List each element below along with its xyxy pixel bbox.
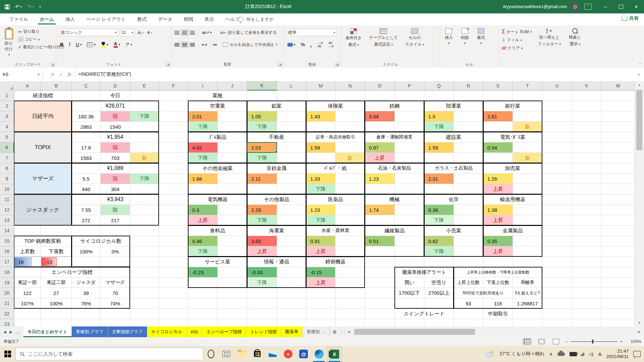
battery-icon[interactable] xyxy=(570,352,577,356)
col-header-J[interactable]: J xyxy=(218,81,247,90)
sheet-tab-3[interactable]: サイコロジカル xyxy=(147,326,187,337)
cell-M14[interactable]: 水産・農林業 xyxy=(306,226,365,236)
cell-D19[interactable]: マザーズ xyxy=(101,278,130,288)
cell-D7[interactable]: 703 xyxy=(101,153,130,163)
row-header-5[interactable]: 5 xyxy=(0,132,14,142)
zoom-slider[interactable] xyxy=(571,341,618,342)
cell-C20[interactable]: 39 xyxy=(72,288,100,298)
cell-K16[interactable]: 上昇 xyxy=(247,246,277,256)
cell-K6[interactable]: 2.03 xyxy=(247,142,277,153)
col-header-V[interactable]: V xyxy=(572,81,601,90)
cell-C11[interactable]: ¥3,943 xyxy=(72,194,159,204)
cell-M13[interactable]: 下降 xyxy=(306,215,335,225)
cell-R20[interactable]: 50付近で反転兆候あり xyxy=(454,288,513,298)
cell-Q11[interactable]: 化学 xyxy=(424,194,483,204)
percent-format-button[interactable]: % xyxy=(300,42,306,48)
cell-Q12[interactable]: 0.36 xyxy=(424,205,453,215)
menu-tab-7[interactable]: 表示 xyxy=(199,13,220,25)
share-button[interactable]: 共有 xyxy=(622,15,639,21)
decrease-font-button[interactable]: A˅ xyxy=(146,30,153,35)
font-dialog-launcher[interactable]: ◢ xyxy=(166,63,170,67)
cell-A16[interactable]: 上昇数 xyxy=(14,246,41,256)
cell-S8[interactable]: 卸売業 xyxy=(483,163,542,173)
cell-N7[interactable]: 新 xyxy=(335,153,365,163)
cell-D10[interactable]: 304 xyxy=(101,184,130,194)
clear-button[interactable]: クリア ▾ xyxy=(502,45,532,51)
sheet-tab-8[interactable]: 業種別 … xyxy=(303,326,330,337)
sheet-tab-5[interactable]: エンベロープ指標 xyxy=(202,326,246,337)
cell-M8[interactable]: ﾊﾟﾙﾌﾟ・紙 xyxy=(306,163,365,173)
row-header-4[interactable]: 4 xyxy=(0,122,14,132)
excel-taskbar-button[interactable]: X xyxy=(327,346,342,362)
normal-view-button[interactable] xyxy=(522,338,532,345)
menu-tab-0[interactable]: ファイル xyxy=(3,13,34,25)
cell-O12[interactable]: 1.74 xyxy=(365,205,394,215)
microsoft-store-button[interactable] xyxy=(250,346,265,362)
sort-filter-button[interactable]: AZ▼ 並べ替えと フィルター ▾ xyxy=(536,27,563,61)
cell-O7[interactable]: 上昇 xyxy=(365,153,394,163)
cell-K19[interactable]: 下降 xyxy=(247,278,277,288)
horizontal-scrollbar[interactable]: ◀ ▶ xyxy=(344,326,644,337)
cell-M17[interactable]: 精密機器 xyxy=(306,257,365,267)
redo-caret-icon[interactable]: ▾ xyxy=(32,5,34,8)
cell-T7[interactable]: 新 xyxy=(513,153,542,163)
cell-S13[interactable]: 上昇 xyxy=(483,215,513,225)
align-left-button[interactable] xyxy=(174,43,179,47)
cell-O11[interactable]: 機械 xyxy=(365,194,424,204)
cell-A5[interactable]: TOPIX xyxy=(14,132,71,163)
cell-A18[interactable]: エンベロープ指標 xyxy=(14,267,130,277)
cell-B21[interactable]: 100% xyxy=(41,298,71,308)
cell-K9[interactable]: 2.11 xyxy=(247,174,277,184)
cell-C3[interactable]: 182.36 xyxy=(72,111,100,121)
col-header-K[interactable]: K xyxy=(247,81,277,90)
cell-I12[interactable]: 0.3 xyxy=(188,205,217,215)
collapse-ribbon-button[interactable]: ⌃ xyxy=(639,63,641,66)
format-as-table-button[interactable]: テーブルとして 書式設定 ▾ xyxy=(367,27,400,61)
fill-button[interactable]: ⇩フィル ▾ xyxy=(502,37,532,43)
cell-I2[interactable]: 空運業 xyxy=(188,101,247,111)
cell-S12[interactable]: 1.38 xyxy=(483,205,513,215)
cell-K17[interactable]: 情報・通信 xyxy=(247,257,306,267)
clipboard-dialog-launcher[interactable]: ◢ xyxy=(51,63,55,67)
cell-A21[interactable]: 107% xyxy=(14,298,41,308)
menu-tab-6[interactable]: 校閲 xyxy=(178,13,199,25)
next-sheet-button[interactable]: ▶ xyxy=(9,330,12,334)
sheet-tab-7[interactable]: 騰落率 xyxy=(281,326,303,337)
cell-A15[interactable]: TOP 銘柄数変動 xyxy=(14,236,71,246)
borders-button[interactable]: ▾ xyxy=(86,42,97,48)
cell-S3[interactable]: 2.61 xyxy=(483,111,513,121)
insert-cells-button[interactable]: ← 挿入 ▾ xyxy=(443,27,455,61)
cell-M2[interactable]: 保険業 xyxy=(306,101,365,111)
cell-S16[interactable]: 上昇 xyxy=(483,246,513,256)
cancel-formula-button[interactable]: ✕ xyxy=(51,72,55,77)
cell-I3[interactable]: 2.01 xyxy=(188,111,217,121)
cell-C7[interactable]: 1583 xyxy=(72,153,100,163)
row-header-7[interactable]: 7 xyxy=(0,153,14,163)
cell-E3[interactable]: 下降 xyxy=(130,111,159,121)
cell-K5[interactable]: 不動産 xyxy=(247,132,306,142)
horizontal-scroll-thumb[interactable] xyxy=(354,329,475,335)
cell-I4[interactable]: 下降 xyxy=(188,122,217,132)
cell-K2[interactable]: 鉱業 xyxy=(247,101,306,111)
cell-M5[interactable]: 証券・商品先物取引 xyxy=(306,132,365,142)
paste-caret-icon[interactable]: ▾ xyxy=(8,53,10,56)
row-header-8[interactable]: 8 xyxy=(0,163,14,174)
cell-D3[interactable]: 陽 xyxy=(101,111,130,121)
row-header-2[interactable]: 2 xyxy=(0,101,14,111)
cell-D21[interactable]: 74% xyxy=(101,298,130,308)
insert-function-button[interactable]: fx xyxy=(68,72,71,77)
cell-A19[interactable]: 東証一部 xyxy=(14,278,41,288)
col-header-A[interactable]: A xyxy=(14,81,41,90)
sheet-tab-4[interactable]: RSI xyxy=(187,326,203,337)
zoom-slider-thumb[interactable] xyxy=(592,340,593,344)
col-header-D[interactable]: D xyxy=(101,81,130,90)
page-layout-view-button[interactable] xyxy=(537,338,546,345)
cell-O9[interactable]: 1.23 xyxy=(365,174,394,184)
cell-O14[interactable]: 繊維製品 xyxy=(365,226,424,236)
cell-K3[interactable]: 1.05 xyxy=(247,111,277,121)
cell-D4[interactable]: 1540 xyxy=(101,122,130,132)
cell-S10[interactable]: 上昇 xyxy=(483,184,513,194)
col-header-B[interactable]: B xyxy=(41,81,72,90)
cell-K11[interactable]: その他製品 xyxy=(247,194,306,204)
delete-caret-icon[interactable]: ▾ xyxy=(464,42,466,45)
